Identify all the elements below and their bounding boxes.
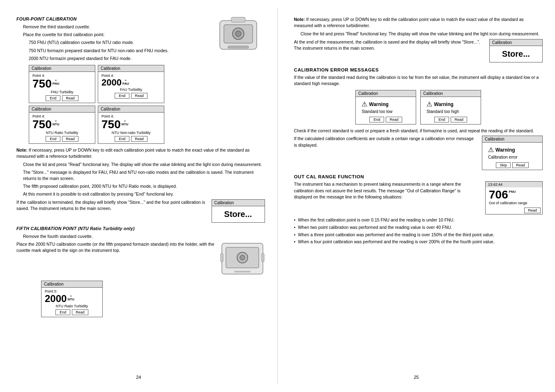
cal-box-ntu-ratio-read[interactable]: Read [62,136,78,142]
cal-box-ntu-ratio-header: Calibration [29,106,95,113]
device-sketch-fifth [220,241,265,278]
store-box-left-text: Store... [212,206,265,222]
warn-too-high-header: Calibration [421,90,481,97]
cal-box-fifth: Calibration Point 5: 2000 ÷ NTU NTU Rati… [41,281,103,317]
warn-too-low-end[interactable]: End [369,117,384,122]
cal-box-ntu-ratio-sub: NTU Ratio Turbidity [32,131,92,135]
cal-box-ntu-nonratio-read[interactable]: Read [131,136,147,142]
svg-point-9 [240,255,245,260]
warn-too-high-box: Calibration ⚠ Warning Standard too high … [420,90,481,125]
cal-box-fifth-read[interactable]: Read [72,309,88,315]
cal-box-ntu-nonratio-body: Point 4: 750 ÷ NTU NTU Non-ratio Turbidi… [98,113,164,143]
cal-box-fau-num: 2000 ÷ FAU [101,78,161,87]
warning-triangle-icon-high: ⚠ [426,100,432,108]
cal-box-ntu-ratio-unit: ÷ NTU [53,120,59,126]
cal-box-fau-read[interactable]: Read [131,93,147,99]
cal-box-fnu-read[interactable]: Read [62,95,78,101]
warn-too-low-box: Calibration ⚠ Warning Standard too low E… [355,90,416,125]
bullet-text-1: When the first calibration point is over… [298,217,454,223]
warn-error-read[interactable]: Read [512,162,529,168]
warn-too-low-read[interactable]: Read [386,117,402,122]
fifth-p2: Place the 2000 NTU calibration cuvette (… [16,241,215,254]
left-note3: The "Store..." message is displayed for … [16,169,265,182]
cal-box-fnu-num: 750 ÷ FNU [32,78,92,90]
warn-error-sub: Calibration error [486,155,539,159]
cal-box-ntu-ratio-num: 750 ÷ NTU [32,119,92,130]
cal-box-fau: Calibration Point 4: 2000 ÷ FAU FAU Turb… [98,65,164,103]
bullet-text-2: When two point calibration was performed… [298,224,452,231]
out-cal-layout: The instrument has a mechanism to preven… [294,181,543,214]
cal-box-fnu-end[interactable]: End [46,95,60,101]
store-box-right: Calibration Store... [489,39,543,62]
cal-box-fifth-sub: NTU Ratio Turbidity [45,304,99,308]
out-cal-heading: OUT CAL RANGE FUNCTION [294,174,543,179]
warn-error-skip[interactable]: Skip [496,162,511,168]
svg-rect-10 [234,271,251,272]
store-box-right-header: Calibration [490,39,542,46]
cal-box-fifth-body: Point 5: 2000 ÷ NTU NTU Ratio Turbidity … [41,288,102,317]
out-cal-num: 706 FNU [489,189,539,201]
left-note1: Note: If necessary, press UP or DOWN key… [16,147,265,159]
bullet-4: • When a four point calibration was perf… [294,239,543,245]
warn-too-low-header: Calibration [356,90,416,97]
right-note-prefix-1: Note: [294,17,305,22]
cal-box-ntu-ratio-end[interactable]: End [46,136,60,142]
left-page-number: 24 [136,375,141,380]
check-p2: If the calculated calibration coefficien… [294,136,477,148]
page-spread: FOUR-POINT CALIBRATION Remove the third … [0,0,555,392]
right-note3: At the end of the measurement, the calib… [294,39,485,51]
out-cal-read-btn[interactable]: Read [524,208,541,213]
cal-box-fifth-btns: End Read [45,309,99,315]
warn-too-low-sub: Standard too low [359,109,412,114]
warn-too-low-warn: ⚠ Warning [359,99,412,109]
left-page: FOUR-POINT CALIBRATION Remove the third … [0,8,278,384]
cal-box-fifth-unit: ÷ NTU [67,295,74,301]
warn-error-header: Calibration [482,136,542,143]
note-prefix-1: Note: [16,148,28,152]
left-note2: Close the lid and press "Read" functiona… [16,161,265,168]
left-note5: At this moment it is possible to exit ca… [16,191,265,197]
cal-box-ntu-ratio-body: Point 4: 750 ÷ NTU NTU Ratio Turbidity E… [29,113,95,143]
warn-too-low-btns: End Read [356,116,416,124]
warning-triangle-icon-low: ⚠ [362,100,367,108]
bullet-1: • When the first calibration point is ov… [294,217,543,223]
warn-too-high-end[interactable]: End [434,117,449,122]
cal-box-fau-sub: FAU Turbidity [101,88,161,92]
cal-box-fau-header: Calibration [98,65,164,72]
svg-point-3 [235,31,241,37]
warn-too-high-warn: ⚠ Warning [424,99,477,109]
right-note2: Close the lid and press "Read" functiona… [294,31,543,37]
right-note-text-1: If necessary, press UP or DOWN key to ed… [294,17,524,28]
svg-rect-11 [221,254,223,262]
warn-error-body: ⚠ Warning Calibration error [482,143,542,161]
cal-box-ntu-nonratio: Calibration Point 4: 750 ÷ NTU NTU Non-r… [98,106,164,144]
check-p1: Check if the correct standard is used or… [294,128,543,134]
svg-rect-5 [231,17,245,22]
warn-too-high-btns: End Read [421,116,481,124]
cal-box-ntu-nonratio-end[interactable]: End [115,136,129,142]
out-cal-sub-text: Out of calibration range [489,201,539,205]
right-page: Note: If necessary, press UP or DOWN key… [278,8,555,384]
left-note4: The fifth proposed calibration point, 20… [16,183,265,189]
warn-too-low-body: ⚠ Warning Standard too low [356,97,416,116]
warn-error-warn: ⚠ Warning [486,144,539,154]
cal-box-fnu-body: Point 4: 750 ÷ FNU FNU Turbidity End Rea… [29,72,95,103]
cal-box-fau-btns: End Read [101,93,161,99]
bullet-3: • When a three point calibration was per… [294,232,543,238]
bullet-list: • When the first calibration point is ov… [294,217,543,245]
cal-box-ntu-nonratio-btns: End Read [101,136,161,142]
out-cal-unit: FNU [509,190,516,194]
cal-box-fifth-end[interactable]: End [55,309,70,315]
bullet-dot-3: • [294,232,296,238]
cal-box-ntu-nonratio-sub: NTU Non-ratio Turbidity [101,131,161,135]
cal-box-ntu-nonratio-num: 750 ÷ NTU [101,119,161,130]
device-image-top [212,16,265,58]
cal-box-fnu: Calibration Point 4: 750 ÷ FNU FNU Turbi… [29,65,95,103]
out-cal-display-body: 706 FNU Out of calibration range [486,187,542,207]
bullet-text-4: When a four point calibration was perfor… [298,239,495,245]
out-cal-display-btn-row: Read [486,207,542,214]
fifth-p1: Remove the fourth standard cuvette. [16,233,265,240]
warn-too-high-read[interactable]: Read [451,117,467,122]
cal-box-fau-end[interactable]: End [115,93,129,99]
cal-box-ntu-nonratio-unit: ÷ NTU [122,120,128,126]
